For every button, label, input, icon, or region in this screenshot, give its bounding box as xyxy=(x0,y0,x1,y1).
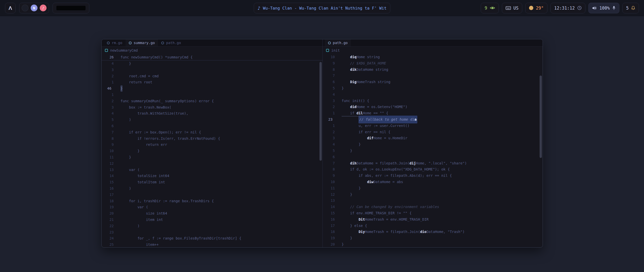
code-line[interactable]: 1 xyxy=(102,92,323,98)
clock-module[interactable]: 12:31:12 xyxy=(550,3,585,13)
line-number: 5 xyxy=(323,148,342,154)
code-segment: } xyxy=(342,191,352,198)
audio-module[interactable]: 100% xyxy=(588,3,619,13)
code-line[interactable]: 23 // fallback to get home dia xyxy=(323,116,543,123)
scrollbar-thumb-left[interactable] xyxy=(319,62,322,161)
code-line[interactable]: 13 var ( xyxy=(102,167,323,173)
code-line[interactable]: 11 } xyxy=(102,154,323,160)
code-line[interactable]: 14 // Can be changed by environment vari… xyxy=(323,204,543,210)
code-line[interactable]: 46} xyxy=(102,85,323,92)
recorder-module[interactable]: 9 xyxy=(481,3,499,13)
code-line[interactable]: 2func summaryCmdRun(_ summaryOptions) er… xyxy=(102,98,323,104)
tab-path.go[interactable]: path.go xyxy=(158,39,184,46)
code-line[interactable]: 23 xyxy=(102,229,323,235)
code-line[interactable]: 4 trash.WithGetSize(true), xyxy=(102,110,323,117)
code-line[interactable]: 19 var ( xyxy=(102,204,323,210)
workspace-app-music-icon[interactable]: ♪ xyxy=(40,5,47,11)
launcher-button[interactable]: Λ xyxy=(5,3,16,13)
window-title-module[interactable] xyxy=(53,3,89,13)
code-line[interactable]: 6 xyxy=(102,123,323,129)
line-number: 13 xyxy=(102,167,120,173)
line-number: 6 xyxy=(323,154,342,160)
code-line[interactable]: 13 xyxy=(323,197,543,204)
code-line[interactable]: 20} xyxy=(323,241,543,247)
code-segment: root.cmd = cmd xyxy=(120,73,159,79)
music-module[interactable]: ♪ Wu-Tang Clan - Wu-Tang Clan Ain't Nuth… xyxy=(254,3,390,13)
code-line[interactable]: 4 xyxy=(323,91,543,98)
code-line[interactable]: 25 item++ xyxy=(102,242,323,247)
code-line[interactable]: 1 if dilHome == "" { xyxy=(323,110,543,116)
breadcrumb-left[interactable]: newSummaryCmd xyxy=(102,47,323,54)
code-line[interactable]: 19 } xyxy=(323,235,543,241)
code-line[interactable]: 22 ) xyxy=(102,223,323,229)
code-line[interactable]: 4 } xyxy=(323,141,543,148)
code-line[interactable]: 10 diqHome string xyxy=(323,54,543,60)
code-line[interactable]: 3 xyxy=(102,67,323,73)
code-line[interactable]: 20 size int64 xyxy=(102,210,323,217)
code-line[interactable]: 14 totalSize int64 xyxy=(102,173,323,179)
code-line[interactable]: 8 if d, ok := os.LookupEnv("XDG_DATA_HOM… xyxy=(323,166,543,173)
clock-time: 12:31:12 xyxy=(554,6,575,11)
code-line[interactable]: 3 box := trash.NewBox( xyxy=(102,104,323,111)
code-text: diwDataHome = abs xyxy=(342,179,403,185)
line-number: 16 xyxy=(102,185,120,192)
code-line[interactable]: 11 } xyxy=(323,185,543,191)
workspace-tray: N♪ xyxy=(19,3,49,13)
code-line[interactable]: 18 DiyHomeTrash = filepath.Join(dioDataH… xyxy=(323,229,543,235)
code-line[interactable]: 9 return err xyxy=(102,142,323,148)
code-line[interactable]: 12 xyxy=(102,160,323,167)
tab-path.go[interactable]: path.go xyxy=(325,39,351,46)
code-line[interactable]: 9 if abs, err := filepath.Abs(d); err ==… xyxy=(323,173,543,179)
scrollbar-thumb-right[interactable] xyxy=(540,76,542,158)
code-line[interactable]: 3func init() { xyxy=(323,98,543,104)
code-segment: var ( xyxy=(120,167,140,173)
code-line[interactable]: 2 didHome = os.Getenv("HOME") xyxy=(323,104,543,110)
code-line[interactable]: 10 diwDataHome = abs xyxy=(323,179,543,185)
code-line[interactable]: 1 return root xyxy=(102,79,323,85)
code-line[interactable]: 5 } xyxy=(323,148,543,154)
breadcrumb-right[interactable]: init xyxy=(323,47,543,54)
code-line[interactable]: 5 ) xyxy=(102,117,323,123)
tab-rm.go[interactable]: rm.go xyxy=(104,39,126,46)
code-line[interactable]: 7 xyxy=(323,73,543,79)
tab-summary.go[interactable]: summary.go xyxy=(126,39,158,46)
code-segment: totalItem int xyxy=(120,179,165,185)
code-segment: if abs, err := filepath.Abs(d); err == n… xyxy=(342,173,452,179)
workspace-app-neovim-icon[interactable]: N xyxy=(31,5,37,11)
code-line[interactable]: 6 DigHomeTrash string xyxy=(323,79,543,85)
code-line[interactable]: 2 if err == nil { xyxy=(323,129,543,135)
code-text: trash.WithGetSize(true), xyxy=(120,110,188,117)
code-line[interactable]: 12 } xyxy=(323,191,543,198)
code-line[interactable]: 1 u, err := user.Current() xyxy=(323,123,543,129)
code-line[interactable]: 3 difHome = u.HomeDir xyxy=(323,135,543,141)
code-line[interactable]: 17 } else { xyxy=(323,223,543,229)
code-line[interactable]: 8 dikDataHome string xyxy=(323,66,543,73)
code-line[interactable]: 16 DitHomeTrash = env.HOME_TRASH_DIR xyxy=(323,216,543,223)
code-line[interactable]: 5} xyxy=(323,85,543,91)
code-line[interactable]: 2 root.cmd = cmd xyxy=(102,73,323,79)
code-line[interactable]: 18 for i, trashDir := range box.TrashDir… xyxy=(102,198,323,204)
code-line[interactable]: 4 } xyxy=(102,60,323,67)
code-line[interactable]: 24 for _, f := range box.FilesByTrashDir… xyxy=(102,235,323,242)
code-line[interactable]: 6 xyxy=(323,154,543,160)
workspace-app-1-icon[interactable] xyxy=(22,5,28,11)
code-segment: if err := box.Open(); err != nil { xyxy=(120,129,201,135)
code-line[interactable]: 9 // $XDG_DATA_HOME xyxy=(323,60,543,66)
code-text: difHome = u.HomeDir xyxy=(342,135,407,141)
weather-module[interactable]: 29° xyxy=(525,3,547,13)
code-line[interactable]: 21 item int xyxy=(102,217,323,223)
code-line[interactable]: 7 if err := box.Open(); err != nil { xyxy=(102,129,323,135)
keyboard-layout-module[interactable]: US xyxy=(502,3,522,13)
sticky-context-line[interactable]: 26 func newSummaryCmd() *summaryCmd { xyxy=(102,54,323,60)
code-line[interactable]: 16 ) xyxy=(102,185,323,192)
code-area-left[interactable]: 4 }32 root.cmd = cmd1 return root46}12fu… xyxy=(102,60,323,247)
code-segment: item int xyxy=(120,217,163,223)
code-line[interactable]: 8 if !errors.Is(err, trash.ErrNotFound) … xyxy=(102,135,323,142)
code-line[interactable]: 7 dihDataHome = filepath.Join(dijHome, "… xyxy=(323,160,543,166)
code-line[interactable]: 17 xyxy=(102,192,323,198)
code-line[interactable]: 15 totalItem int xyxy=(102,179,323,185)
code-line[interactable]: 10 } xyxy=(102,148,323,154)
notifications-module[interactable]: 5 xyxy=(622,3,639,13)
code-area-right[interactable]: 10 diqHome string9 // $XDG_DATA_HOME8 di… xyxy=(323,54,543,247)
code-line[interactable]: 15 if env.HOME_TRASH_DIR != "" { xyxy=(323,210,543,216)
